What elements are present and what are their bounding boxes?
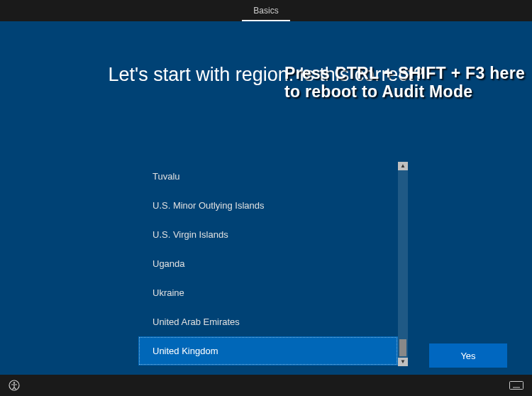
overlay-line2: to reboot to Audit Mode: [284, 82, 525, 101]
region-label: Tuvalu: [153, 171, 180, 182]
region-label: U.S. Minor Outlying Islands: [153, 200, 265, 211]
yes-button[interactable]: Yes: [429, 343, 507, 368]
list-item[interactable]: U.S. Virgin Islands: [138, 220, 398, 249]
svg-rect-2: [510, 382, 523, 390]
list-item[interactable]: United Arab Emirates: [138, 307, 398, 336]
region-list[interactable]: Tuvalu U.S. Minor Outlying Islands U.S. …: [138, 162, 398, 366]
list-item[interactable]: Tuvalu: [138, 162, 398, 191]
region-label: United Arab Emirates: [153, 317, 240, 327]
region-label: Uganda: [153, 258, 185, 269]
region-label: U.S. Virgin Islands: [153, 229, 228, 240]
tab-label: Basics: [253, 6, 278, 16]
keyboard-icon[interactable]: [509, 381, 523, 390]
scroll-down-icon[interactable]: ▼: [398, 358, 408, 366]
list-item[interactable]: Ukraine: [138, 278, 398, 307]
overlay-line1: Press CTRL + SHIFT + F3 here: [284, 64, 525, 82]
list-item[interactable]: Uganda: [138, 249, 398, 278]
region-label: Ukraine: [153, 287, 184, 298]
scroll-up-icon[interactable]: ▲: [398, 162, 408, 170]
tab-basics[interactable]: Basics: [242, 0, 289, 21]
instruction-overlay: Press CTRL + SHIFT + F3 here to reboot t…: [284, 64, 525, 101]
scroll-thumb[interactable]: [399, 339, 406, 356]
region-label: United Kingdom: [153, 346, 218, 356]
header-bar: Basics: [0, 0, 532, 21]
region-list-wrap: Tuvalu U.S. Minor Outlying Islands U.S. …: [138, 162, 408, 366]
scrollbar[interactable]: ▲ ▼: [398, 162, 408, 366]
svg-point-1: [13, 382, 15, 383]
accessibility-icon[interactable]: [9, 380, 20, 391]
tab-underline: [242, 20, 289, 21]
list-item-selected[interactable]: United Kingdom: [138, 336, 398, 365]
footer-bar: [0, 375, 532, 396]
list-item[interactable]: U.S. Minor Outlying Islands: [138, 191, 398, 220]
